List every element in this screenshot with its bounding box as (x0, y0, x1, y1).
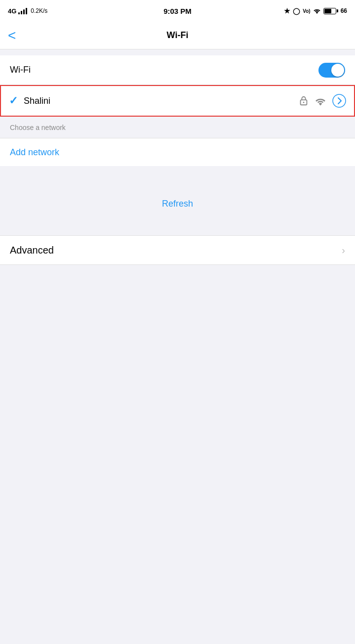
connected-checkmark: ✓ (9, 94, 18, 107)
battery-indicator (323, 8, 338, 14)
add-network-label: Add network (10, 147, 59, 158)
network-icons (299, 94, 346, 108)
lock-icon (299, 95, 309, 106)
wifi-settings-content: Wi-Fi ✓ Shalini (0, 49, 355, 453)
refresh-section: Refresh (0, 184, 355, 223)
network-info-button[interactable] (332, 94, 346, 108)
battery-percent: 66 (341, 7, 347, 14)
toggle-knob (331, 64, 344, 77)
alarm-icon: ◯ (293, 7, 300, 15)
network-name: Shalini (24, 96, 299, 106)
volte-icon: Vo) (303, 8, 310, 14)
bottom-area (0, 265, 355, 453)
nav-bar: < Wi-Fi (0, 22, 355, 49)
status-left: 4G 0.2K/s (8, 7, 47, 15)
separator-4 (0, 223, 355, 229)
separator-2 (0, 172, 355, 178)
wifi-label: Wi-Fi (10, 65, 31, 75)
data-speed: 0.2K/s (31, 7, 47, 14)
network-type: 4G (8, 7, 16, 15)
svg-point-2 (333, 94, 346, 107)
separator-5 (0, 229, 355, 235)
wifi-toggle[interactable] (318, 63, 345, 78)
status-right: ★ ◯ Vo) 66 (284, 7, 347, 15)
separator-1 (0, 166, 355, 172)
choose-network-label: Choose a network (10, 124, 66, 131)
svg-point-1 (303, 102, 305, 103)
page-title: Wi-Fi (167, 30, 189, 41)
choose-network-header: Choose a network (0, 117, 355, 138)
status-time: 9:03 PM (163, 7, 192, 15)
bluetooth-icon: ★ (284, 7, 290, 15)
advanced-row[interactable]: Advanced › (0, 235, 355, 265)
advanced-chevron-icon: › (342, 245, 345, 256)
add-network-row[interactable]: Add network (0, 138, 355, 166)
advanced-label: Advanced (10, 245, 54, 256)
connected-network-row[interactable]: ✓ Shalini (0, 85, 355, 117)
wifi-toggle-section: Wi-Fi (0, 55, 355, 85)
signal-bars (18, 7, 27, 14)
status-bar: 4G 0.2K/s 9:03 PM ★ ◯ Vo) 66 (0, 0, 355, 22)
refresh-button[interactable]: Refresh (162, 199, 193, 209)
wifi-status-icon (313, 8, 321, 14)
wifi-signal-icon (315, 96, 326, 106)
back-button[interactable]: < (8, 29, 16, 43)
separator-3 (0, 178, 355, 184)
wifi-toggle-row: Wi-Fi (0, 55, 355, 85)
